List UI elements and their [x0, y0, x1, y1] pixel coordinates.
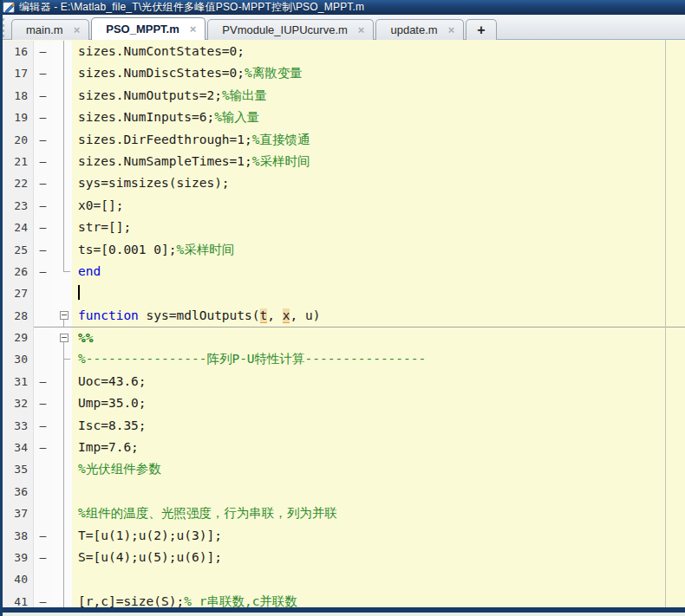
code-segment: S=[u(4);u(5);u(6)]; — [78, 550, 222, 564]
line-number: 38 — [3, 525, 34, 547]
breakpoint-gutter[interactable] — [34, 348, 52, 370]
tab-label: main.m — [26, 23, 63, 36]
code-text[interactable]: %组件的温度、光照强度，行为串联，列为并联 — [72, 503, 685, 524]
tab-pvmodule_iupucurve-m[interactable]: PVmodule_IUPUcurve.m× — [207, 19, 374, 40]
breakpoint-dash[interactable]: — — [34, 525, 52, 547]
breakpoint-gutter[interactable] — [34, 305, 52, 327]
code-text[interactable]: Imp=7.6; — [72, 437, 685, 458]
code-segment: sizes.NumOutputs=2; — [78, 88, 222, 102]
fold-gutter[interactable] — [52, 305, 72, 327]
toolbar-grip-icon[interactable] — [2, 18, 10, 37]
code-text[interactable] — [72, 282, 685, 304]
breakpoint-dash[interactable]: — — [34, 547, 52, 568]
code-line-27: 27 — [3, 282, 685, 304]
close-icon[interactable]: × — [74, 24, 81, 36]
editor-pencil-icon — [3, 2, 15, 13]
breakpoint-dash[interactable]: — — [34, 239, 52, 261]
code-segment: str=[]; — [78, 220, 131, 234]
breakpoint-dash[interactable]: — — [34, 129, 52, 151]
tab-pso_mppt-m[interactable]: PSO_MPPT.m× — [91, 17, 206, 40]
breakpoint-dash[interactable]: — — [34, 437, 52, 458]
tab-main-m[interactable]: main.m× — [11, 19, 89, 40]
line-number: 32 — [3, 392, 34, 414]
code-text[interactable]: ts=[0.001 0];%采样时间 — [72, 239, 685, 261]
code-text[interactable]: sizes.NumSampleTimes=1;%采样时间 — [72, 151, 685, 172]
fold-gutter — [52, 437, 72, 458]
code-line-26: 26—end — [3, 261, 685, 282]
line-number: 19 — [3, 107, 34, 128]
close-icon[interactable]: × — [358, 24, 365, 36]
breakpoint-gutter[interactable] — [34, 481, 52, 503]
code-segment: t — [260, 308, 268, 323]
code-line-36: 36 — [3, 481, 685, 503]
breakpoint-dash[interactable]: — — [34, 151, 52, 172]
line-number: 29 — [3, 327, 34, 348]
code-text[interactable]: %% — [72, 327, 685, 348]
code-text[interactable]: sizes.NumInputs=6;%输入量 — [72, 107, 685, 128]
code-line-40: 40 — [3, 568, 685, 590]
line-number: 27 — [3, 282, 34, 304]
tab-update-m[interactable]: update.m× — [375, 19, 464, 40]
code-text[interactable]: Ump=35.0; — [72, 392, 685, 414]
code-text[interactable]: Isc=8.35; — [72, 415, 685, 437]
line-number: 23 — [3, 195, 34, 217]
fold-gutter[interactable] — [52, 327, 72, 348]
code-text[interactable]: [r,c]=size(S);% r串联数,c并联数 — [72, 591, 685, 607]
breakpoint-gutter[interactable] — [34, 282, 52, 304]
breakpoint-dash[interactable]: — — [34, 85, 52, 107]
code-segment: %% — [78, 331, 93, 345]
code-segment: , — [267, 308, 282, 322]
tab-label: PSO_MPPT.m — [106, 23, 179, 36]
code-line-33: 33—Isc=8.35; — [3, 415, 685, 437]
close-icon[interactable]: × — [448, 24, 455, 36]
new-tab-icon: + — [477, 23, 485, 38]
code-line-28: 28function sys=mdlOutputs(t, x, u) — [3, 305, 685, 327]
tab-label: PVmodule_IUPUcurve.m — [222, 23, 348, 36]
breakpoint-gutter[interactable] — [34, 503, 52, 524]
code-text[interactable]: end — [72, 261, 685, 282]
fold-gutter — [52, 62, 72, 84]
breakpoint-gutter[interactable] — [34, 327, 52, 348]
code-text[interactable]: sizes.DirFeedthrough=1;%直接馈通 — [72, 129, 685, 151]
code-text[interactable]: sizes.NumOutputs=2;%输出量 — [72, 85, 685, 107]
line-number: 35 — [3, 458, 34, 480]
code-text[interactable]: function sys=mdlOutputs(t, x, u) — [72, 305, 685, 327]
new-tab-button[interactable]: + — [466, 19, 496, 40]
breakpoint-dash[interactable]: — — [34, 195, 52, 217]
breakpoint-dash[interactable]: — — [34, 261, 52, 282]
collapse-minus-icon[interactable] — [60, 334, 68, 342]
breakpoint-dash[interactable]: — — [34, 107, 52, 128]
collapse-minus-icon[interactable] — [60, 311, 68, 320]
breakpoint-dash[interactable]: — — [34, 217, 52, 238]
code-text[interactable]: sizes.NumDiscStates=0;%离散变量 — [72, 62, 685, 84]
matlab-editor-window: 编辑器 - E:\Matlab_file_T\光伏组件多峰值PSO-MPPT控制… — [0, 0, 685, 616]
breakpoint-dash[interactable]: — — [34, 415, 52, 437]
code-text[interactable]: %----------------阵列P-U特性计算--------------… — [72, 348, 685, 370]
breakpoint-dash[interactable]: — — [34, 41, 52, 62]
breakpoint-gutter[interactable] — [34, 568, 52, 590]
code-line-20: 20—sizes.DirFeedthrough=1;%直接馈通 — [3, 129, 685, 151]
code-text[interactable] — [72, 481, 685, 503]
code-text[interactable]: %光伏组件参数 — [72, 458, 685, 480]
code-text[interactable]: Uoc=43.6; — [72, 371, 685, 392]
code-text[interactable]: str=[]; — [72, 217, 685, 238]
breakpoint-gutter[interactable] — [34, 458, 52, 480]
code-segment: , u) — [290, 308, 320, 322]
comment-text: %离散变量 — [245, 66, 303, 80]
code-line-34: 34—Imp=7.6; — [3, 437, 685, 458]
code-segment: sizes.DirFeedthrough=1; — [78, 133, 252, 146]
code-text[interactable]: x0=[]; — [72, 195, 685, 217]
breakpoint-dash[interactable]: — — [34, 591, 52, 607]
code-text[interactable]: T=[u(1);u(2);u(3)]; — [72, 525, 685, 547]
breakpoint-dash[interactable]: — — [34, 62, 52, 84]
code-text[interactable] — [72, 568, 685, 590]
breakpoint-dash[interactable]: — — [34, 172, 52, 194]
code-text[interactable]: sys=simsizes(sizes); — [72, 172, 685, 194]
line-number: 37 — [3, 503, 34, 524]
breakpoint-dash[interactable]: — — [34, 392, 52, 414]
code-text[interactable]: sizes.NumContStates=0; — [72, 41, 685, 62]
code-editor[interactable]: 16—sizes.NumContStates=0;17—sizes.NumDis… — [3, 40, 685, 607]
breakpoint-dash[interactable]: — — [34, 371, 52, 392]
close-icon[interactable]: × — [190, 23, 197, 35]
code-text[interactable]: S=[u(4);u(5);u(6)]; — [72, 547, 685, 568]
